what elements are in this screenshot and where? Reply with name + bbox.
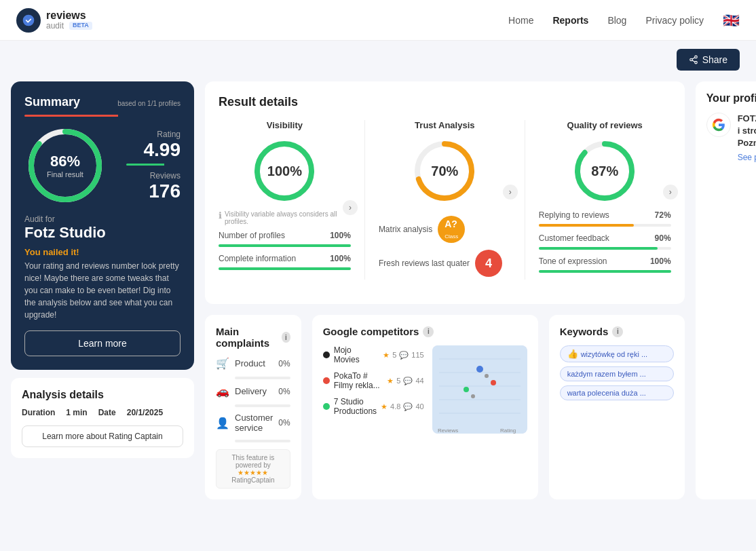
bottom-row: Main complaints i 🛒 Product 0% 🚗 Deliver…	[205, 315, 685, 499]
result-circles: Visibility 100% › ℹ Visibility variable …	[219, 120, 671, 280]
logo-audit: audit	[46, 22, 64, 31]
trust-next-button[interactable]: ›	[503, 185, 518, 200]
competitor-0-rating: 5	[392, 351, 396, 359]
competitor-1-rating: 5	[396, 377, 400, 385]
profiles-pct: 100%	[330, 231, 351, 240]
nav-reports[interactable]: Reports	[552, 15, 588, 26]
duration-label: Duration	[22, 408, 55, 417]
fresh-label: Fresh reviews last quater	[379, 259, 470, 268]
vis-note-text: Visibility variable always considers all…	[225, 210, 351, 225]
analysis-title: Analysis details	[22, 389, 183, 401]
tone-bar-fill	[539, 270, 671, 273]
trust-pct: 70%	[431, 164, 458, 179]
complaints-info-icon[interactable]: i	[282, 332, 290, 343]
nav-home[interactable]: Home	[508, 15, 533, 26]
profiles-title: Your profiles	[706, 92, 756, 104]
tone-pct: 100%	[650, 256, 671, 266]
quality-next-button[interactable]: ›	[663, 185, 678, 200]
rating-box: Rating 4.99	[126, 130, 181, 168]
replying-bar	[539, 224, 671, 227]
complete-label: Complete information	[219, 254, 296, 263]
business-name: Fotz Studio	[24, 224, 181, 242]
nav-privacy[interactable]: Privacy policy	[645, 15, 704, 26]
matrix-badge: A?Class	[438, 216, 465, 243]
competitor-1-name: PokaTo # Filmy rekla...	[334, 371, 383, 390]
score-label: Final result	[47, 170, 83, 178]
red-line	[24, 115, 181, 117]
matrix-badge-text: A?Class	[445, 218, 458, 240]
svg-text:Rating: Rating	[500, 428, 516, 434]
summary-title: Summary	[24, 95, 80, 109]
profile-0: FOTZ STUDIO - sklepy i strony internetow…	[706, 113, 756, 162]
nailed-text: Your rating and reviews number look pret…	[24, 260, 181, 321]
nav-links: Home Reports Blog Privacy policy 🇬🇧	[508, 12, 740, 28]
score-text: 86% Final result	[47, 153, 83, 178]
tone-label: Tone of expression	[539, 256, 607, 266]
competitor-1-reviews: 44	[415, 377, 423, 385]
competitor-1-dot	[323, 377, 330, 384]
language-flag[interactable]: 🇬🇧	[723, 12, 740, 28]
svg-point-23	[485, 374, 489, 378]
keyword-0-text: wizytówkę od ręki ...	[581, 350, 647, 358]
tone-bar	[539, 270, 671, 273]
visibility-circle: 100%	[250, 137, 318, 205]
delivery-pct: 0%	[278, 387, 290, 396]
competitor-2-rating: 4.8	[390, 402, 400, 411]
replying-pct: 72%	[655, 210, 671, 220]
complaint-service: 👤 Customer service 0%	[216, 413, 290, 433]
trust-circle: 70%	[411, 137, 478, 205]
logo-text: reviews audit BETA	[46, 10, 92, 31]
keywords-card: Keywords i 👍 wizytówkę od ręki ... każdy…	[549, 315, 685, 499]
see-profile-link[interactable]: See profile	[738, 153, 756, 162]
quality-label: Quality of reviews	[567, 120, 643, 130]
keyword-1[interactable]: każdym razem byłem ...	[560, 366, 674, 381]
divider2	[525, 120, 525, 280]
competitors-info-icon[interactable]: i	[423, 326, 434, 337]
competitor-1: PokaTo # Filmy rekla... ★ 5 💬 44	[323, 371, 424, 390]
duration-value: 1 min	[66, 408, 87, 417]
tone-row: Tone of expression 100%	[539, 256, 671, 266]
learn-rc-button[interactable]: Learn more about Rating Captain	[22, 425, 183, 447]
visibility-pct: 100%	[267, 164, 302, 179]
competitor-0: Mojo Movies ★ 5 💬 115	[323, 345, 424, 364]
profile-name: FOTZ STUDIO - sklepy i strony internetow…	[738, 113, 756, 150]
competitor-0-name: Mojo Movies	[334, 345, 379, 364]
quality-pct: 87%	[591, 164, 618, 179]
service-pct: 0%	[278, 418, 290, 428]
competitor-0-dot	[323, 352, 330, 358]
keyword-2-text: warta polecenia duża ...	[567, 389, 646, 397]
complaint-product: 🛒 Product 0%	[216, 357, 290, 370]
rating-label: Rating	[126, 130, 181, 139]
quality-section: Quality of reviews 87% › Replying to rev…	[539, 120, 671, 280]
svg-line-5	[692, 58, 695, 59]
keyword-2[interactable]: warta polecenia duża ...	[560, 385, 674, 400]
learn-more-button[interactable]: Learn more	[24, 330, 181, 356]
visibility-next-button[interactable]: ›	[343, 200, 358, 215]
keyword-0[interactable]: 👍 wizytówkę od ręki ...	[560, 345, 674, 362]
star-icon-1: ★	[387, 377, 394, 385]
competitor-2: 7 Studio Productions ★ 4.8 💬 40	[323, 397, 424, 416]
replying-row: Replying to reviews 72%	[539, 210, 671, 220]
product-bar	[235, 377, 290, 379]
svg-point-1	[694, 56, 697, 58]
rating-stars: ★★★★★	[238, 469, 268, 476]
rating-green-line	[126, 164, 181, 166]
bubble-icon-1: 💬	[403, 377, 413, 385]
nav-logo: reviews audit BETA	[16, 8, 92, 33]
svg-point-21	[491, 380, 496, 385]
logo-beta: BETA	[69, 22, 92, 30]
keywords-info-icon[interactable]: i	[612, 326, 623, 337]
service-label: Customer service	[235, 413, 273, 433]
reviews-label: Reviews	[149, 171, 181, 180]
navbar: reviews audit BETA Home Reports Blog Pri…	[0, 0, 756, 41]
audit-for: Audit for	[24, 214, 181, 224]
visibility-label: Visibility	[267, 120, 303, 130]
bubble-icon: 💬	[399, 351, 409, 360]
competitors-chart-svg: Reviews Rating	[432, 345, 527, 434]
complaint-delivery: 🚗 Delivery 0%	[216, 385, 290, 398]
thumb-icon-0: 👍	[567, 349, 578, 359]
star-icon-2: ★	[381, 402, 388, 411]
svg-point-24	[471, 394, 475, 398]
share-button[interactable]: Share	[677, 49, 740, 71]
nav-blog[interactable]: Blog	[607, 15, 626, 26]
